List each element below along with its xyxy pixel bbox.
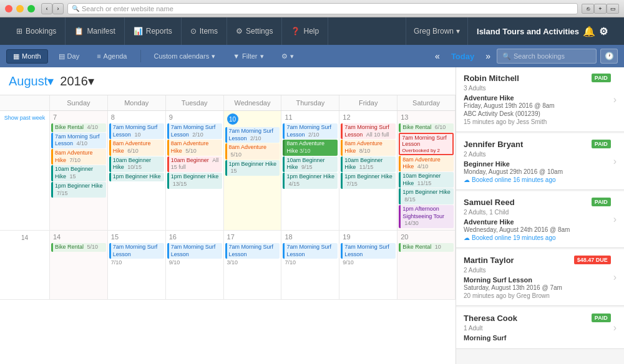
event-bike-sat13[interactable]: Bike Rental 6/10 [399, 123, 454, 132]
cal-grid: Sunday Monday Tuesday Wednesday Thursday… [0, 95, 456, 361]
event-beg-sat13[interactable]: 10am Beginner Hike 11/15 [399, 172, 454, 188]
cal-cell-thu-18[interactable]: 18 7am Morning Surf Lesson 7/10 [281, 231, 339, 299]
cal-cell-thu-11[interactable]: 11 7am Morning Surf Lesson 2/10 8am Adve… [281, 111, 339, 230]
event-beg2-mon8[interactable]: 1pm Beginner Hike [109, 173, 164, 181]
event-hike-sun7[interactable]: 8am Adventure Hike 7/10 [51, 149, 106, 165]
booking-theresa-cook[interactable]: Theresa Cook PAID 1 Adult Morning Surf › [456, 307, 624, 349]
booking-martin-taylor[interactable]: Martin Taylor $48.47 DUE 2 Adults Mornin… [456, 249, 624, 306]
search-box[interactable]: 🔍 [497, 49, 597, 64]
items-nav[interactable]: ⊙ Items [182, 17, 227, 45]
reports-nav[interactable]: 📊 Reports [125, 17, 182, 45]
sub-nav: ▦ Month ▤ Day ≡ Agenda Custom calendars … [0, 45, 624, 67]
today-btn[interactable]: Today [446, 52, 479, 61]
close-button[interactable] [5, 5, 12, 12]
search-icon: 🔍 [502, 52, 511, 60]
event-hike-sat13[interactable]: 8am Adventure Hike 4/10 [399, 156, 454, 171]
chevron-right-icon: › [613, 214, 617, 225]
event-beg2-fri12[interactable]: 1pm Beginner Hike 7/15 [341, 173, 396, 188]
week-row-14: 14 14 Bike Rental 5/10 15 7am Morning Su… [0, 231, 456, 300]
event-beg2-thu11[interactable]: 1pm Beginner Hike 4/15 [283, 173, 338, 188]
agenda-view-btn[interactable]: ≡ Agenda [90, 49, 134, 63]
event-beg2-tue9[interactable]: 1pm Beginner Hike 13/15 [167, 173, 222, 188]
manifest-nav[interactable]: 📋 Manifest [66, 17, 124, 45]
filter-btn[interactable]: ▼ Filter ▾ [226, 49, 270, 64]
event-surf-thu11[interactable]: 7am Morning Surf Lesson 2/10 [283, 123, 338, 139]
event-surf-mon8[interactable]: 7am Morning Surf Lesson 10 [109, 123, 164, 139]
event-beg-fri12[interactable]: 10am Beginner Hike 11/15 [341, 156, 396, 172]
cal-cell-mon-8[interactable]: 8 7am Morning Surf Lesson 10 8am Adventu… [108, 111, 166, 230]
cal-weeks: Show past week 7 Bike Rental 4/10 7am Mo… [0, 111, 456, 361]
event-surf-wed17[interactable]: 7am Morning Surf Lesson [225, 243, 280, 259]
event-beg-tue9[interactable]: 10am Beginner All 15 full [167, 156, 222, 172]
back-button[interactable]: ‹ [41, 3, 52, 14]
event-bike-sun14[interactable]: Bike Rental 5/10 [51, 243, 106, 252]
maximize-button[interactable] [27, 5, 35, 12]
user-menu[interactable]: Greg Brown ▾ [406, 17, 467, 45]
event-surf-thu18[interactable]: 7am Morning Surf Lesson [283, 243, 338, 259]
cal-cell-sun-14[interactable]: 14 Bike Rental 5/10 [50, 231, 108, 299]
event-hike-mon8[interactable]: 8am Adventure Hike 6/10 [109, 140, 164, 155]
day-view-btn[interactable]: ▤ Day [52, 49, 87, 64]
booking-samuel-reed[interactable]: Samuel Reed PAID 2 Adults, 1 Child Adven… [456, 191, 624, 248]
title-bar: ‹ › 🔍 Search or enter website name ⎋ + ▭ [0, 0, 624, 17]
custom-calendars-btn[interactable]: Custom calendars ▾ [147, 49, 223, 64]
new-tab-button[interactable]: + [594, 4, 607, 14]
event-surf-mon15[interactable]: 7am Morning Surf Lesson [109, 243, 164, 259]
event-beg-thu11[interactable]: 10am Beginner Hike 9/15 [283, 156, 338, 172]
event-beg2-sun7[interactable]: 1pm Beginner Hike 7/15 [51, 182, 106, 198]
cal-next[interactable]: » [483, 51, 493, 61]
event-hike-wed10[interactable]: 8am Adventure 5/10 [225, 143, 280, 159]
event-beg-sun7[interactable]: 10am Beginner Hike 15 [51, 165, 106, 181]
cal-header: August▾ 2016▾ [0, 67, 456, 95]
address-bar[interactable]: 🔍 Search or enter website name [67, 3, 578, 14]
booking-jennifer-bryant[interactable]: Jennifer Bryant PAID 2 Adults Beginner H… [456, 133, 624, 190]
minimize-button[interactable] [16, 5, 24, 12]
brand-name: Island Tours and Activities 🔔 ⚙ [467, 17, 617, 45]
friday-header: Friday [339, 95, 397, 110]
event-bike-sat20[interactable]: Bike Rental 10 [399, 243, 454, 252]
cal-cell-mon-15[interactable]: 15 7am Morning Surf Lesson 7/10 [108, 231, 166, 299]
event-beg-wed10[interactable]: 1pm Beginner Hike 15 [225, 160, 280, 176]
event-surf-fri19[interactable]: 7am Morning Surf Lesson [341, 243, 396, 259]
event-surf-wed10[interactable]: 7am Morning Surf Lesson 2/10 [225, 127, 280, 143]
bookings-icon: ⊞ [16, 27, 22, 36]
cal-cell-fri-12[interactable]: 12 7am Morning Surf Lesson All 10 full 8… [339, 111, 397, 230]
chevron-right-icon: › [613, 322, 617, 333]
cal-cell-wed-10[interactable]: 10 7am Morning Surf Lesson 2/10 8am Adve… [224, 111, 282, 230]
event-beg-mon8[interactable]: 10am Beginner Hike 10/15 [109, 156, 164, 172]
help-nav[interactable]: ❓ Help [282, 17, 328, 45]
cal-cell-fri-19[interactable]: 19 7am Morning Surf Lesson 9/10 [339, 231, 397, 299]
cal-cell-tue-9[interactable]: 9 7am Morning Surf Lesson 2/10 8am Adven… [166, 111, 224, 230]
sunday-header: Sunday [50, 95, 108, 110]
cal-cell-wed-17[interactable]: 17 7am Morning Surf Lesson 3/10 [224, 231, 282, 299]
cal-cell-sun-7[interactable]: 7 Bike Rental 4/10 7am Morning Surf Less… [50, 111, 108, 230]
cal-cell-tue-16[interactable]: 16 7am Morning Surf Lesson 9/10 [166, 231, 224, 299]
event-surf-sun7[interactable]: 7am Morning Surf Lesson 4/10 [51, 133, 106, 148]
event-surf-sat13[interactable]: 7am Morning Surf LessonOverbooked by 2 [399, 133, 454, 155]
event-hike-thu11[interactable]: 8am Adventure Hike 3/10 [283, 140, 338, 155]
cal-cell-sat-20[interactable]: 20 Bike Rental 10 [397, 231, 456, 299]
settings-nav[interactable]: ⚙ Settings [227, 17, 282, 45]
cal-year[interactable]: 2016▾ [60, 74, 94, 89]
cal-month[interactable]: August▾ [9, 74, 54, 89]
cal-prev-prev[interactable]: « [432, 51, 442, 61]
event-hike-tue9[interactable]: 8am Adventure Hike 5/10 [167, 140, 222, 155]
event-surf-fri12[interactable]: 7am Morning Surf Lesson All 10 full [341, 123, 396, 139]
window-button[interactable]: ▭ [607, 4, 619, 14]
event-tour-sat13[interactable]: 1pm Afternoon Sightseeing Tour 14/30 [399, 205, 454, 228]
event-hike-fri12[interactable]: 8am Adventure Hike 8/10 [341, 140, 396, 155]
bookings-nav[interactable]: ⊞ Bookings [7, 17, 66, 45]
settings-btn[interactable]: ⚙ ▾ [275, 49, 301, 64]
month-view-btn[interactable]: ▦ Month [6, 49, 48, 64]
search-input[interactable] [514, 52, 588, 60]
booking-robin-mitchell[interactable]: Robin Mitchell PAID 3 Adults Adventure H… [456, 67, 624, 132]
event-beg2-sat13[interactable]: 1pm Beginner Hike 8/15 [399, 188, 454, 204]
gear-icon: ⚙ [281, 52, 288, 60]
forward-button[interactable]: › [52, 3, 64, 14]
event-surf-tue16[interactable]: 7am Morning Surf Lesson [167, 243, 222, 259]
clock-btn[interactable]: 🕐 [600, 49, 618, 64]
cal-cell-sat-13[interactable]: 13 Bike Rental 6/10 7am Morning Surf Les… [397, 111, 456, 230]
share-button[interactable]: ⎋ [582, 4, 594, 14]
event-surf-tue9[interactable]: 7am Morning Surf Lesson 2/10 [167, 123, 222, 139]
event-bike-rental[interactable]: Bike Rental 4/10 [51, 123, 106, 132]
